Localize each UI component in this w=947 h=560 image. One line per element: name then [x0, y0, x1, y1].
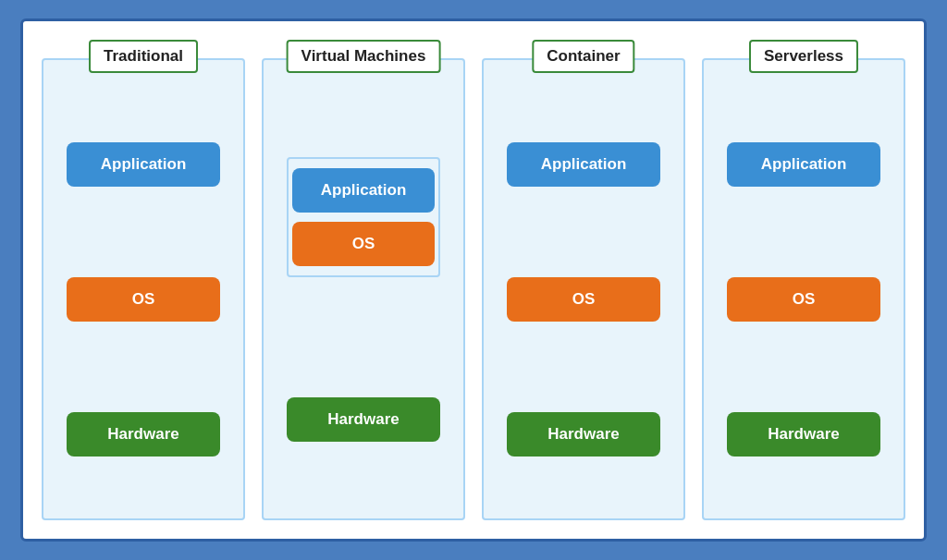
- outer-frame: Traditional Application OS Hardware Virt…: [20, 18, 927, 542]
- os-button-container[interactable]: OS: [507, 277, 659, 322]
- column-traditional: Traditional Application OS Hardware: [42, 40, 245, 520]
- title-serverless: Serverless: [749, 40, 858, 73]
- inner-vm: Application OS Hardware: [262, 58, 465, 520]
- inner-container: Application OS Hardware: [482, 58, 685, 520]
- title-container: Container: [532, 40, 634, 73]
- inner-serverless: Application OS Hardware: [702, 58, 905, 520]
- hw-button-serverless[interactable]: Hardware: [727, 412, 879, 457]
- hw-button-vm[interactable]: Hardware: [287, 397, 439, 442]
- inner-traditional: Application OS Hardware: [42, 58, 245, 520]
- os-button-traditional[interactable]: OS: [67, 277, 219, 322]
- vm-inner-box: Application OS: [287, 157, 439, 277]
- title-vm: Virtual Machines: [287, 40, 441, 73]
- column-vm: Virtual Machines Application OS Hardware: [262, 40, 465, 520]
- column-serverless: Serverless Application OS Hardware: [702, 40, 905, 520]
- os-button-serverless[interactable]: OS: [727, 277, 879, 322]
- app-button-vm[interactable]: Application: [292, 168, 436, 213]
- column-container: Container Application OS Hardware: [482, 40, 685, 520]
- app-button-traditional[interactable]: Application: [67, 142, 219, 187]
- hw-button-container[interactable]: Hardware: [507, 412, 659, 457]
- hw-button-traditional[interactable]: Hardware: [67, 412, 219, 457]
- columns-container: Traditional Application OS Hardware Virt…: [42, 40, 905, 520]
- title-traditional: Traditional: [89, 40, 198, 73]
- app-button-serverless[interactable]: Application: [727, 142, 879, 187]
- os-button-vm[interactable]: OS: [292, 222, 436, 266]
- app-button-container[interactable]: Application: [507, 142, 659, 187]
